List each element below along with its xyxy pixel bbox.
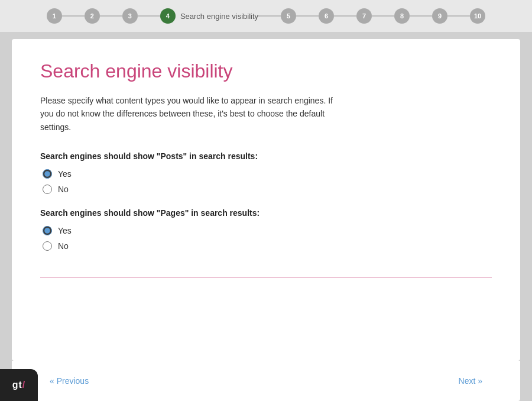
section-divider <box>40 277 492 277</box>
step-5: 5 <box>281 8 296 24</box>
posts-radio-group: Yes No <box>43 169 492 194</box>
step-line-4-5 <box>258 15 281 17</box>
step-circle-9: 9 <box>432 8 447 24</box>
step-circle-1: 1 <box>47 8 62 24</box>
gtv-text: gt/ <box>12 380 26 390</box>
pages-yes-label: Yes <box>58 226 72 235</box>
step-line-2-3 <box>100 15 122 17</box>
step-circle-2: 2 <box>85 8 100 24</box>
step-line-5-6 <box>296 15 319 17</box>
step-circle-7: 7 <box>356 8 372 24</box>
next-button[interactable]: Next » <box>449 371 492 390</box>
question-pages: Search engines should show "Pages" in se… <box>40 208 492 265</box>
step-6: 6 <box>319 8 334 24</box>
step-line-3-4 <box>138 15 160 17</box>
step-7: 7 <box>356 8 372 24</box>
step-circle-8: 8 <box>394 8 410 24</box>
step-line-7-8 <box>372 15 394 17</box>
posts-yes-option[interactable]: Yes <box>43 169 492 179</box>
step-circle-4: 4 <box>160 8 176 24</box>
step-circle-3: 3 <box>122 8 138 24</box>
posts-no-label: No <box>58 185 69 194</box>
posts-no-option[interactable]: No <box>43 185 492 194</box>
page-title: Search engine visibility <box>40 60 492 82</box>
step-2: 2 <box>85 8 100 24</box>
stepper-bar: 1 2 3 4 Search engine visibility 5 6 7 8 <box>0 0 532 32</box>
step-10: 10 <box>470 8 485 24</box>
pages-yes-radio[interactable] <box>43 226 52 235</box>
page-description: Please specify what content types you wo… <box>40 94 348 134</box>
posts-yes-label: Yes <box>58 169 72 179</box>
pages-no-radio[interactable] <box>43 241 52 251</box>
pages-no-option[interactable]: No <box>43 241 492 251</box>
step-4-label: Search engine visibility <box>180 12 258 21</box>
step-4: 4 Search engine visibility <box>160 8 258 24</box>
posts-yes-radio[interactable] <box>43 169 52 179</box>
step-3: 3 <box>122 8 138 24</box>
previous-button[interactable]: « Previous <box>40 371 98 390</box>
step-line-1-2 <box>62 15 85 17</box>
question-posts-label: Search engines should show "Posts" in se… <box>40 151 492 161</box>
pages-no-label: No <box>58 241 69 251</box>
step-line-9-10 <box>447 15 470 17</box>
question-posts: Search engines should show "Posts" in se… <box>40 151 492 208</box>
gtv-slash: / <box>22 380 25 390</box>
pages-yes-option[interactable]: Yes <box>43 226 492 235</box>
question-pages-label: Search engines should show "Pages" in se… <box>40 208 492 218</box>
pages-radio-group: Yes No <box>43 226 492 251</box>
step-circle-10: 10 <box>470 8 485 24</box>
posts-no-radio[interactable] <box>43 185 52 194</box>
step-line-6-7 <box>334 15 356 17</box>
gtv-logo: gt/ <box>0 369 38 401</box>
main-card: Search engine visibility Please specify … <box>12 39 520 361</box>
step-circle-5: 5 <box>281 8 296 24</box>
step-circle-6: 6 <box>319 8 334 24</box>
outer-container: 1 2 3 4 Search engine visibility 5 6 7 8 <box>0 0 532 401</box>
step-8: 8 <box>394 8 410 24</box>
footer-nav: « Previous Next » <box>12 361 520 401</box>
step-9: 9 <box>432 8 447 24</box>
step-line-8-9 <box>410 15 432 17</box>
step-1: 1 <box>47 8 62 24</box>
